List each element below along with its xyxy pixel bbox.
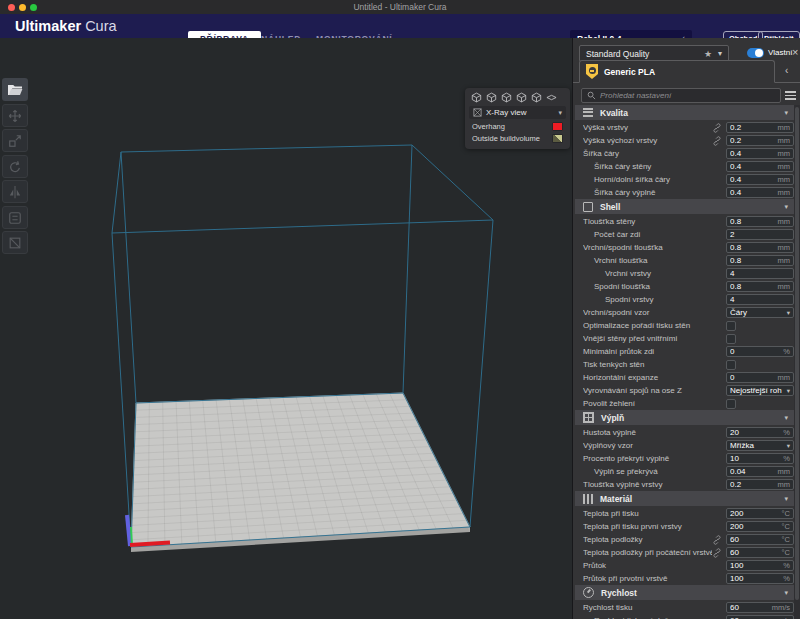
setting-value-field[interactable]: 200°C [726, 508, 794, 519]
setting-value: 4 [730, 269, 790, 278]
setting-unit: % [783, 574, 790, 583]
setting-row: Výplň se překrývá0.04mm [573, 465, 795, 478]
setting-value-field[interactable]: 0.4mm [726, 187, 794, 198]
setting-value-field[interactable]: 0.4mm [726, 174, 794, 185]
setting-value-field[interactable]: 10% [726, 453, 794, 464]
setting-value-field[interactable]: 60°C [726, 547, 794, 558]
move-icon [8, 109, 22, 123]
setting-dropdown[interactable]: Mřížka▾ [726, 440, 794, 451]
support-blocker-button[interactable] [2, 231, 28, 254]
shell-icon [583, 202, 593, 212]
setting-value-field[interactable]: 0.4mm [726, 161, 794, 172]
setting-row: Průtok při prvotní vrstvě100% [573, 572, 795, 585]
link-icon [712, 123, 722, 133]
setting-value-field[interactable]: 0.8mm [726, 281, 794, 292]
settings-section-header[interactable]: Výplň▾ [575, 410, 794, 425]
view-front-button[interactable] [486, 92, 497, 103]
collapse-panel-icon[interactable]: ‹ [785, 65, 788, 76]
per-model-settings-button[interactable] [2, 206, 28, 229]
setting-checkbox[interactable] [726, 334, 736, 344]
setting-value-field[interactable]: 0.8mm [726, 216, 794, 227]
setting-unit: mm [778, 162, 791, 171]
setting-value: 0.8 [730, 256, 778, 265]
setting-checkbox[interactable] [726, 399, 736, 409]
setting-dropdown[interactable]: Nejostřejší roh▾ [726, 385, 794, 396]
setting-value-field[interactable]: 0.8mm [726, 242, 794, 253]
setting-value: 100 [730, 574, 783, 583]
rotate-tool-button[interactable] [2, 155, 28, 178]
setting-value-field[interactable]: 100% [726, 560, 794, 571]
setting-value-field[interactable]: 4 [726, 268, 794, 279]
section-title: Kvalita [600, 108, 777, 118]
setting-value-field[interactable]: 0.8mm [726, 255, 794, 266]
close-panel-icon[interactable]: × [792, 45, 798, 59]
setting-value: 2 [730, 230, 790, 239]
view-mode-dropdown[interactable]: X-Ray view ▾ [469, 106, 566, 119]
setting-value-field[interactable]: 0mm [726, 372, 794, 383]
setting-unit: mm [778, 188, 791, 197]
setting-value-field[interactable]: 0.04mm [726, 466, 794, 477]
app-window: Untitled - Ultimaker Cura Ultimaker Cura… [0, 0, 800, 619]
setting-value-field[interactable]: 100% [726, 573, 794, 584]
view-left-button[interactable] [516, 92, 527, 103]
setting-label: Vrchní/spodní vzor [583, 308, 726, 317]
mirror-tool-button[interactable] [2, 180, 28, 203]
setting-row: Spodní tloušťka0.8mm [573, 280, 795, 293]
setting-value: 0.04 [730, 467, 778, 476]
legend-overhang: Overhang [465, 120, 570, 132]
settings-section-header[interactable]: Rychlost▾ [575, 585, 794, 600]
setting-label: Průtok [583, 561, 726, 570]
setting-value-field[interactable]: 60mm/s [726, 615, 794, 619]
setting-dropdown[interactable]: Čáry▾ [726, 307, 794, 318]
logo-bold: Ultimaker [15, 18, 81, 34]
setting-value-field[interactable]: 0.2mm [726, 122, 794, 133]
setting-label: Horizontální expanze [583, 373, 726, 382]
setting-label: Procento překrytí výplně [583, 454, 726, 463]
setting-unit: % [783, 561, 790, 570]
view-3d-button[interactable] [471, 92, 482, 103]
setting-value-field[interactable]: 60mm/s [726, 602, 794, 613]
setting-unit: % [783, 454, 790, 463]
setting-value-field[interactable]: 60°C [726, 534, 794, 545]
setting-unit: °C [782, 522, 790, 531]
setting-row: Vrchní vrstvy4 [573, 267, 795, 280]
setting-checkbox[interactable] [726, 321, 736, 331]
setting-row: Hustota výplně20% [573, 426, 795, 439]
view-top-button[interactable] [501, 92, 512, 103]
settings-scrollbar[interactable] [794, 105, 800, 619]
mirror-icon [8, 185, 22, 199]
3d-viewport[interactable]: X-Ray view ▾ Overhang Outside buildvolum… [0, 38, 572, 619]
dropdown-value: Nejostřejší roh [730, 386, 787, 395]
legend-outside-buildvolume-label: Outside buildvolume [472, 134, 540, 143]
view-right-button[interactable] [531, 92, 542, 103]
setting-row: Šířka čáry0.4mm [573, 147, 795, 160]
settings-menu-icon[interactable] [785, 91, 796, 100]
settings-section-header[interactable]: Materiál▾ [575, 491, 794, 506]
setting-value-field[interactable]: 0% [726, 346, 794, 357]
setting-value-field[interactable]: 200°C [726, 521, 794, 532]
setting-value-field[interactable]: 0.2mm [726, 135, 794, 146]
chevron-down-icon: ▾ [718, 49, 722, 58]
setting-value-field[interactable]: 0.4mm [726, 148, 794, 159]
setting-value-field[interactable]: 0.2mm [726, 479, 794, 490]
setting-value: 0.8 [730, 282, 778, 291]
setting-value-field[interactable]: 2 [726, 229, 794, 240]
scale-tool-button[interactable] [2, 129, 28, 152]
setting-label: Minimální průtok zdi [583, 347, 726, 356]
scrollbar-thumb[interactable] [795, 107, 799, 600]
settings-section-header[interactable]: Shell▾ [575, 199, 794, 214]
setting-value-field[interactable]: 20% [726, 427, 794, 438]
support-blocker-icon [8, 236, 22, 250]
move-tool-button[interactable] [2, 104, 28, 127]
open-file-button[interactable] [2, 78, 28, 101]
custom-settings-toggle[interactable] [747, 48, 764, 58]
search-input[interactable] [600, 91, 775, 100]
settings-section-header[interactable]: Kvalita▾ [575, 105, 794, 120]
view-bottom-button[interactable] [546, 92, 557, 103]
material-extruder-tab[interactable]: Generic PLA [579, 60, 775, 83]
setting-checkbox[interactable] [726, 360, 736, 370]
chevron-down-icon: ▾ [558, 109, 562, 117]
setting-unit: mm [778, 256, 791, 265]
logo-light: Cura [85, 18, 116, 34]
setting-value-field[interactable]: 4 [726, 294, 794, 305]
